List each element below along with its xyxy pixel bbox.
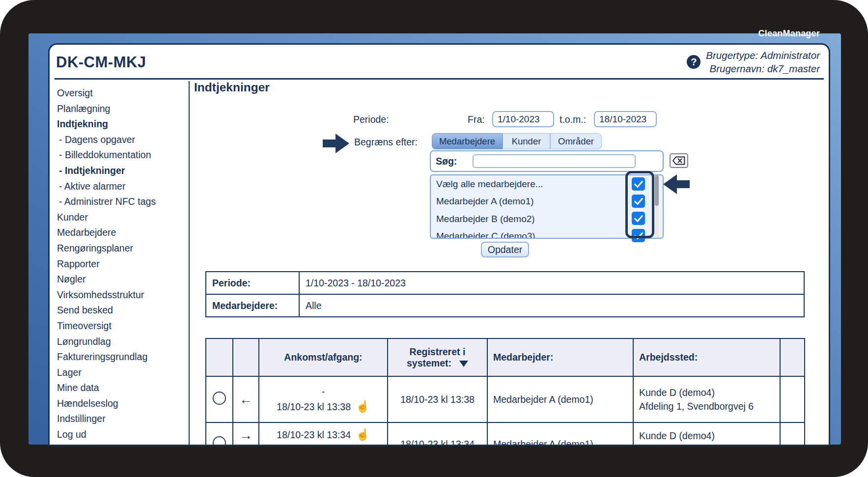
summary-periode-value: 1/10-2023 - 18/10-2023 [299,272,804,294]
sidebar-item-billeddokumentation[interactable]: - Billeddokumentation [57,147,189,163]
header-registreret-sortable[interactable]: Registreret i systemet: [388,338,487,376]
filter-tabs: Medarbejdere Kunder Områder [432,133,602,149]
summary-row: Periode: 1/10-2023 - 18/10-2023 [206,272,804,294]
sidebar-item-faktureringsgrundlag[interactable]: Faktureringsgrundlag [57,349,189,365]
backspace-icon [672,156,685,165]
sidebar-item-mine-data[interactable]: Mine data [57,380,189,396]
checkout-arrow-icon: ← [239,392,252,407]
table-row: ← - 18/10-23 kl 13:38☝ 18/10-23 kl 13:38… [206,376,805,422]
sidebar-item-indtjekning[interactable]: Indtjekning [57,116,189,132]
device-frame: CleanManager DK-CM-MKJ ? Brugertype: Adm… [0,0,868,477]
user-name: Brugernavn: dk7_master [706,62,820,75]
begraens-efter-label: Begræns efter: [354,133,418,151]
row-radio[interactable] [213,392,226,405]
annotation-arrow-left-icon [661,174,690,194]
header-medarbejder: Medarbejder: [487,338,633,376]
cell-ankomst: 18/10-23 kl 13:34☝ [259,422,388,446]
tom-date-input[interactable] [594,111,657,127]
sidebar-item-loengrundlag[interactable]: Løngrundlag [57,334,189,350]
table-header-row: Ankomst/afgang: Registreret i systemet: … [206,338,805,376]
user-text: Brugertype: Administrator Brugernavn: dk… [706,49,820,75]
app-window: DK-CM-MKJ ? Brugertype: Administrator Br… [48,43,830,446]
arbejdssted-line2: Afdeling 1, Svendborgvej 6 [639,401,780,412]
header-ankomst-afgang: Ankomst/afgang: [259,338,388,376]
cell-registreret: 18/10-23 kl 13:34 [388,422,487,446]
list-scrollbar[interactable] [655,175,659,238]
sidebar-item-timeoversigt[interactable]: Timeoversigt [57,318,189,334]
cell-extra [780,376,805,422]
summary-row: Medarbejdere: Alle [206,294,804,317]
sidebar-item-medarbejdere[interactable]: Medarbejdere [57,225,189,241]
arbejdssted-line1: Kunde D (demo4) [639,430,780,442]
table-row: → 18/10-23 kl 13:34☝ 18/10-23 kl 13:34 M… [206,422,805,446]
sidebar-item-rapporter[interactable]: Rapporter [57,256,189,272]
sidebar: Oversigt Planlægning Indtjekning - Dagen… [50,81,190,445]
header-arbejdssted: Arbejdssted: [633,338,780,376]
summary-periode-label: Periode: [206,272,299,294]
tab-kunder[interactable]: Kunder [503,133,550,149]
sidebar-item-oversigt[interactable]: Oversigt [57,85,189,101]
hand-pointer-icon[interactable]: ☝ [356,428,370,441]
user-type: Brugertype: Administrator [706,49,820,62]
cell-ankomst: - 18/10-23 kl 13:38☝ [259,376,388,422]
row-radio[interactable] [213,436,226,446]
sidebar-item-indtjekninger[interactable]: - Indtjekninger [57,163,189,179]
sidebar-item-log-ud[interactable]: Log ud [57,427,189,443]
arbejdssted-line1: Kunde D (demo4) [639,387,780,398]
sidebar-item-haendelseslog[interactable]: Hændelseslog [57,396,189,412]
sidebar-item-send-besked[interactable]: Send besked [57,303,189,318]
sidebar-item-noegler[interactable]: Nøgler [57,272,189,287]
checkins-table: Ankomst/afgang: Registreret i systemet: … [205,338,805,446]
tab-omraader[interactable]: Områder [550,133,602,149]
soeg-label: Søg: [436,150,457,172]
sidebar-item-kunder[interactable]: Kunder [57,210,189,225]
sidebar-item-indstillinger[interactable]: Indstillinger [57,411,189,427]
header-registreret-line1: Registreret i [388,346,487,358]
hand-pointer-icon[interactable]: ☝ [356,400,370,413]
page-title: Indtjekninger [194,81,270,94]
cell-arbejdssted: Kunde D (demo4) Afdeling 1, Svendborgvej… [633,376,780,422]
annotation-highlight-rect [625,171,654,238]
sidebar-item-virksomhedsstruktur[interactable]: Virksomhedsstruktur [57,287,189,303]
ankomst-line1: 18/10-23 kl 13:34☝ [259,428,387,441]
header-select [206,338,233,376]
sidebar-item-administrer-nfc-tags[interactable]: - Administrer NFC tags [57,194,189,210]
tab-medarbejdere[interactable]: Medarbejdere [432,133,503,149]
header-registreret-line2: systemet: [388,358,487,369]
summary-medarbejdere-label: Medarbejdere: [206,294,299,317]
cell-arbejdssted: Kunde D (demo4) [633,422,780,446]
search-input[interactable] [473,154,636,168]
brand-logo: CleanManager [758,28,820,39]
scrollbar-thumb[interactable] [655,175,659,206]
summary-table: Periode: 1/10-2023 - 18/10-2023 Medarbej… [205,271,805,317]
sort-desc-icon[interactable] [459,361,468,367]
tom-label: t.o.m.: [560,111,586,128]
user-info: ? Brugertype: Administrator Brugernavn: … [687,49,820,75]
checkin-arrow-icon: → [239,428,252,443]
fra-label: Fra: [468,111,485,128]
sidebar-item-planlaegning[interactable]: Planlægning [57,101,189,117]
cell-medarbejder: Medarbejder A (demo1) [487,422,633,446]
ankomst-line2: 18/10-23 kl 13:38☝ [259,400,387,413]
cell-medarbejder: Medarbejder A (demo1) [487,376,633,422]
help-icon[interactable]: ? [687,55,700,69]
ankomst-line1: - [259,386,387,397]
opdater-button[interactable]: Opdater [481,242,529,257]
cell-extra [780,422,805,446]
page-company-title: DK-CM-MKJ [56,54,146,71]
summary-medarbejdere-value: Alle [299,294,804,317]
sidebar-item-rengoeringsplaner[interactable]: Rengøringsplaner [57,241,189,256]
header-direction [233,338,259,376]
sidebar-item-aktive-alarmer[interactable]: - Aktive alarmer [57,179,189,195]
annotation-arrow-right-icon [323,134,349,153]
periode-label: Periode: [353,111,389,128]
sidebar-item-lager[interactable]: Lager [57,365,189,381]
cell-registreret: 18/10-23 kl 13:38 [388,376,487,422]
clear-search-button[interactable] [670,153,688,168]
fra-date-input[interactable] [492,111,554,127]
app-header: DK-CM-MKJ ? Brugertype: Administrator Br… [55,45,824,80]
sidebar-item-dagens-opgaver[interactable]: - Dagens opgaver [57,132,189,148]
header-extra [780,338,805,376]
